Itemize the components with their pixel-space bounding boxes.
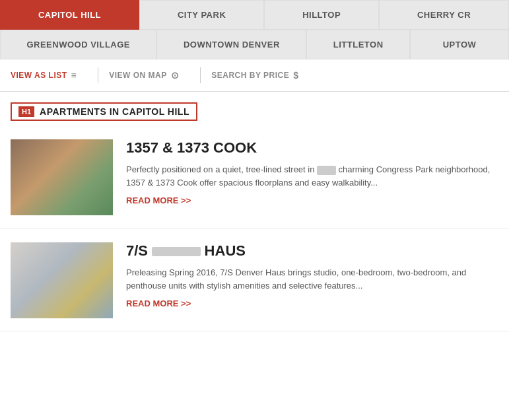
tab-downtown-denver[interactable]: DOWNTOWN DENVER (156, 30, 306, 59)
divider-1 (98, 67, 98, 83)
tab-uptown[interactable]: UPTOW (410, 30, 509, 59)
listing-1-desc-part1: Perfectly positioned on a quiet, tree-li… (126, 164, 317, 174)
listing-2-image (11, 242, 113, 318)
listing-1-redacted (317, 166, 336, 175)
h1-heading-section: H1 APARTMENTS IN CAPITOL HILL (0, 92, 509, 126)
tab-greenwood-village[interactable]: GREENWOOD VILLAGE (0, 30, 156, 59)
neighborhood-tabs-row2: GREENWOOD VILLAGE DOWNTOWN DENVER LITTLE… (0, 30, 509, 59)
tab-hilltop[interactable]: HILLTOP (264, 0, 379, 30)
listing-1: 1357 & 1373 COOK Perfectly positioned on… (0, 126, 509, 229)
tab-cherry-creek[interactable]: CHERRY CR (379, 0, 509, 30)
h1-badge: H1 APARTMENTS IN CAPITOL HILL (11, 102, 197, 121)
list-icon: ≡ (71, 70, 77, 81)
tab-capitol-hill[interactable]: CAPITOL HILL (0, 0, 139, 30)
view-as-list-button[interactable]: VIEW AS LIST ≡ (11, 70, 87, 81)
listing-1-description: Perfectly positioned on a quiet, tree-li… (126, 163, 498, 189)
tab-littleton[interactable]: LITTLETON (306, 30, 410, 59)
building1-thumbnail (11, 139, 113, 215)
listing-1-read-more[interactable]: READ MORE >> (126, 195, 498, 205)
neighborhood-tabs-row1: CAPITOL HILL CITY PARK HILLTOP CHERRY CR (0, 0, 509, 30)
dollar-icon: $ (293, 70, 298, 81)
list-label: VIEW AS LIST (11, 71, 67, 80)
view-on-map-button[interactable]: VIEW ON MAP ⊙ (109, 70, 189, 81)
listing-2-title-part1: 7/S (126, 242, 152, 259)
building2-thumbnail (11, 242, 113, 318)
listing-2-content: 7/S HAUS Preleasing Spring 2016, 7/S Den… (126, 242, 498, 318)
listing-2: 7/S HAUS Preleasing Spring 2016, 7/S Den… (0, 229, 509, 332)
listing-2-redacted (152, 247, 200, 256)
listing-1-title: 1357 & 1373 COOK (126, 139, 498, 157)
listing-2-read-more[interactable]: READ MORE >> (126, 298, 498, 308)
map-pin-icon: ⊙ (171, 70, 180, 81)
listing-1-image (11, 139, 113, 215)
listing-2-description: Preleasing Spring 2016, 7/S Denver Haus … (126, 266, 498, 292)
divider-2 (200, 67, 201, 83)
listing-2-title: 7/S HAUS (126, 242, 498, 260)
map-label: VIEW ON MAP (109, 71, 167, 80)
view-options-bar: VIEW AS LIST ≡ VIEW ON MAP ⊙ SEARCH BY P… (0, 59, 509, 92)
listing-2-title-part2: HAUS (201, 242, 246, 259)
tab-city-park[interactable]: CITY PARK (139, 0, 264, 30)
listing-1-content: 1357 & 1373 COOK Perfectly positioned on… (126, 139, 498, 215)
price-label: SEARCH BY PRICE (211, 71, 289, 80)
h1-prefix: H1 (18, 106, 34, 117)
h1-heading-text: APARTMENTS IN CAPITOL HILL (40, 106, 189, 117)
search-by-price-button[interactable]: SEARCH BY PRICE $ (211, 70, 309, 81)
